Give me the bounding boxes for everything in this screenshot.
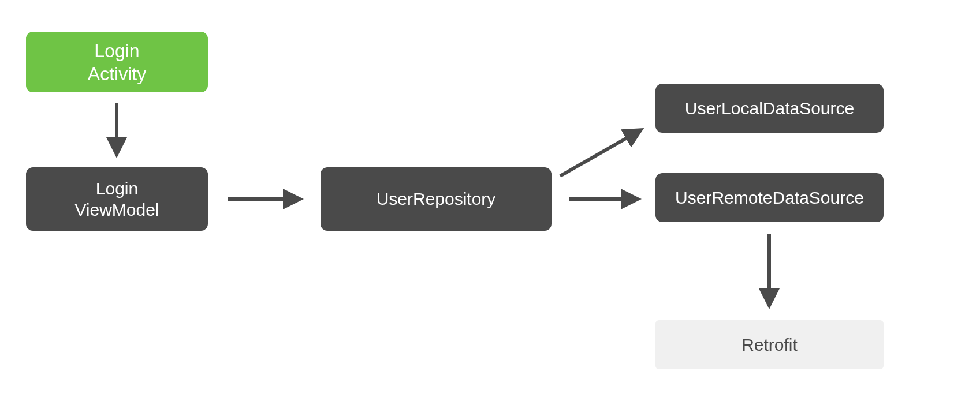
node-login-viewmodel: Login ViewModel [26,167,208,231]
node-retrofit: Retrofit [655,320,884,369]
node-label: UserRepository [377,188,496,210]
node-login-activity: Login Activity [26,32,208,92]
node-label: Login ViewModel [74,178,159,221]
arrow-repository-to-local [560,130,641,176]
node-user-repository: UserRepository [321,167,552,231]
node-label: UserLocalDataSource [685,97,854,119]
node-label: UserRemoteDataSource [675,187,864,209]
node-user-remote-datasource: UserRemoteDataSource [655,173,884,222]
node-label: Retrofit [741,334,798,356]
node-user-local-datasource: UserLocalDataSource [655,84,884,133]
node-label: Login Activity [88,39,146,85]
